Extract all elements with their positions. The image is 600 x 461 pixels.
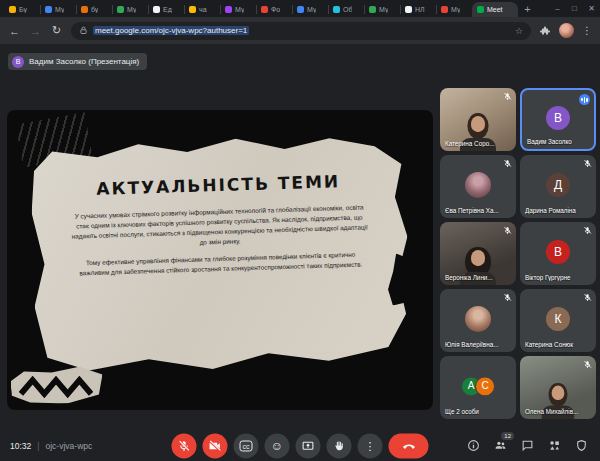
- tab-label: Му: [235, 6, 244, 13]
- participant-tile-overflow[interactable]: А С Ще 2 особи: [440, 356, 516, 419]
- browser-tab[interactable]: Му: [40, 2, 76, 17]
- presenter-chip[interactable]: В Вадим Засолко (Презентація): [8, 53, 147, 70]
- mic-off-icon: [583, 226, 592, 235]
- mic-off-icon: [503, 226, 512, 235]
- browser-tab[interactable]: Фо: [256, 2, 292, 17]
- meta-separator: |: [37, 441, 39, 451]
- participant-tile-speaking[interactable]: В Вадим Засолко: [520, 88, 596, 151]
- meeting-details-icon[interactable]: [466, 439, 480, 453]
- participant-name: Катерина Соро...: [445, 140, 512, 147]
- browser-tab[interactable]: Му: [112, 2, 148, 17]
- participant-tile[interactable]: В Віктор Гургурне: [520, 222, 596, 285]
- toolbar-extras: ⋮: [539, 23, 592, 38]
- end-call-button[interactable]: [389, 433, 429, 458]
- address-bar[interactable]: meet.google.com/ojc-vjva-wpc?authuser=1 …: [71, 22, 531, 40]
- lock-icon: [79, 26, 88, 35]
- presenter-chip-label: Вадим Засолко (Презентація): [29, 57, 139, 66]
- url-text: meet.google.com/ojc-vjva-wpc?authuser=1: [93, 26, 249, 35]
- participant-tile[interactable]: К Катерина Сонюк: [520, 289, 596, 352]
- browser-tab[interactable]: Му: [436, 2, 472, 17]
- captions-icon: cc: [240, 440, 253, 451]
- tab-favicon: [225, 6, 232, 13]
- participant-avatar: Д: [546, 173, 570, 197]
- clock-time: 10:32: [10, 441, 31, 451]
- tab-label: Му: [55, 6, 64, 13]
- presenter-avatar: В: [12, 56, 24, 68]
- tab-favicon: [261, 6, 268, 13]
- end-call-icon: [402, 439, 415, 452]
- meeting-code: ojc-vjva-wpc: [46, 441, 93, 451]
- browser-tab[interactable]: Му: [292, 2, 328, 17]
- shared-presentation-slide: АКТУАЛЬНІСТЬ ТЕМИ У сучасних умовах стрі…: [7, 110, 433, 410]
- tab-label: Бу: [19, 6, 27, 13]
- side-panel-buttons: 12: [466, 439, 588, 453]
- browser-tab-active-meet[interactable]: Meet: [472, 2, 518, 17]
- tab-favicon: [117, 6, 124, 13]
- extensions-puzzle-icon[interactable]: [539, 25, 551, 37]
- camera-toggle-button[interactable]: [203, 433, 228, 458]
- participant-avatar: К: [546, 307, 570, 331]
- browser-tab[interactable]: НЛ: [400, 2, 436, 17]
- back-button[interactable]: ←: [8, 25, 21, 37]
- tab-strip: Бу Му бу Му Ед ча Му Фо Му Об Му НЛ Му M…: [0, 0, 600, 17]
- browser-tab[interactable]: бу: [76, 2, 112, 17]
- profile-avatar[interactable]: [559, 23, 574, 38]
- captions-button[interactable]: cc: [234, 433, 259, 458]
- tab-label: Ед: [163, 6, 172, 13]
- mic-off-icon: [583, 159, 592, 168]
- bookmark-icon[interactable]: ☆: [515, 26, 523, 36]
- browser-tab[interactable]: Об: [328, 2, 364, 17]
- reload-button[interactable]: ↻: [50, 24, 63, 37]
- participant-name: Віктор Гургурне: [525, 274, 592, 281]
- mic-off-icon: [583, 293, 592, 302]
- browser-tab[interactable]: Бу: [4, 2, 40, 17]
- browser-tab[interactable]: Му: [364, 2, 400, 17]
- chat-icon[interactable]: [520, 439, 534, 453]
- browser-tab[interactable]: Му: [220, 2, 256, 17]
- participant-tile[interactable]: Олена Михайлів...: [520, 356, 596, 419]
- raise-hand-button[interactable]: [327, 433, 352, 458]
- tab-favicon: [333, 6, 340, 13]
- activities-icon[interactable]: [547, 439, 561, 453]
- overflow-avatars: А С: [461, 376, 495, 396]
- participant-photo-avatar: [465, 305, 491, 331]
- tab-label: Му: [451, 6, 460, 13]
- slide-title: АКТУАЛЬНІСТЬ ТЕМИ: [96, 171, 340, 199]
- reactions-button[interactable]: ☺: [265, 433, 290, 458]
- new-tab-button[interactable]: +: [520, 2, 535, 17]
- host-controls-icon[interactable]: [574, 439, 588, 453]
- participant-tile[interactable]: Юлія Валеріївна...: [440, 289, 516, 352]
- minimize-button[interactable]: –: [549, 4, 566, 13]
- tab-label: Об: [343, 6, 352, 13]
- slide-paragraph: Тому ефективне управління фінансами та г…: [70, 249, 370, 278]
- tab-favicon: [441, 6, 448, 13]
- browser-menu-icon[interactable]: ⋮: [582, 25, 592, 36]
- forward-button[interactable]: →: [29, 25, 42, 37]
- browser-toolbar: ← → ↻ meet.google.com/ojc-vjva-wpc?authu…: [0, 17, 600, 44]
- tab-label: ча: [199, 6, 207, 13]
- meet-footer: 10:32 | ojc-vjva-wpc cc ☺: [0, 430, 600, 461]
- browser-window: Бу Му бу Му Ед ча Му Фо Му Об Му НЛ Му M…: [0, 0, 600, 461]
- participant-tile[interactable]: Д Дарина Ромаліна: [520, 155, 596, 218]
- browser-tab[interactable]: Ед: [148, 2, 184, 17]
- tab-label: Му: [307, 6, 316, 13]
- call-controls: cc ☺ ⋮: [172, 433, 429, 458]
- people-icon[interactable]: 12: [493, 439, 507, 453]
- meeting-meta: 10:32 | ojc-vjva-wpc: [10, 441, 92, 451]
- participant-name: Юлія Валеріївна...: [445, 341, 512, 348]
- tab-label: Фо: [271, 6, 280, 13]
- maximize-button[interactable]: □: [566, 4, 583, 13]
- browser-tab[interactable]: ча: [184, 2, 220, 17]
- tab-label: Му: [127, 6, 136, 13]
- close-button[interactable]: ✕: [583, 4, 600, 13]
- tab-favicon: [9, 6, 16, 13]
- participant-tile[interactable]: Єва Петрівна Ха...: [440, 155, 516, 218]
- more-options-button[interactable]: ⋮: [358, 433, 383, 458]
- mic-off-icon: [503, 293, 512, 302]
- speaking-indicator-icon: [579, 94, 590, 105]
- tab-favicon: [153, 6, 160, 13]
- participant-tile[interactable]: Вероніка Лини...: [440, 222, 516, 285]
- present-button[interactable]: [296, 433, 321, 458]
- participant-tile[interactable]: Катерина Соро...: [440, 88, 516, 151]
- mic-toggle-button[interactable]: [172, 433, 197, 458]
